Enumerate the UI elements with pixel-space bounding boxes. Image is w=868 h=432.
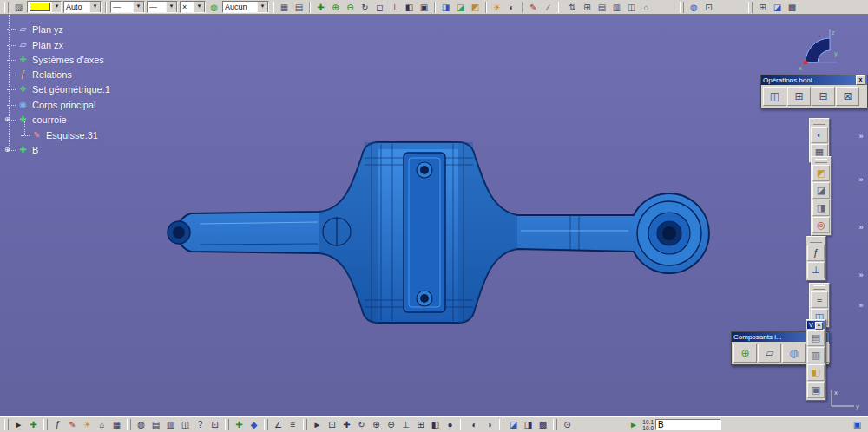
fly-mode-icon[interactable]: ►: [310, 418, 325, 431]
sketcher-icon[interactable]: ✎: [526, 1, 541, 14]
swap-visible-icon[interactable]: ⇅: [565, 1, 580, 14]
hide-show-icon[interactable]: ◐: [467, 418, 482, 431]
line-type-combo[interactable]: — ▼: [147, 1, 178, 13]
pan-icon[interactable]: ✚: [339, 418, 354, 431]
toolbar-grip[interactable]: [303, 419, 307, 430]
back-view-icon[interactable]: ▣: [807, 382, 825, 398]
chevron-down-icon[interactable]: ▼: [51, 1, 62, 13]
normal-view-icon[interactable]: ⊥: [387, 1, 402, 14]
zoom-in-icon[interactable]: ⊕: [369, 418, 384, 431]
chevron-down-icon[interactable]: ▼: [166, 1, 177, 13]
sphere-component-icon[interactable]: ◍: [782, 344, 806, 363]
grid-icon[interactable]: ▦: [109, 418, 124, 431]
opacity-combo[interactable]: Auto ▼: [63, 1, 102, 13]
product-icon[interactable]: ◆: [247, 418, 261, 431]
power-input-field[interactable]: [655, 419, 721, 430]
snap-to-grid-icon[interactable]: ▤: [292, 1, 306, 14]
hatch-icon[interactable]: ▩: [785, 1, 799, 14]
paste-icon[interactable]: ▥: [163, 418, 178, 431]
rotate-icon[interactable]: ↻: [358, 1, 372, 14]
chevron-down-icon[interactable]: ▼: [194, 1, 205, 13]
depth-effect-icon[interactable]: ◐: [504, 1, 519, 14]
compass[interactable]: z y x: [797, 26, 838, 73]
measure-icon[interactable]: ◍: [687, 1, 701, 14]
toolbar-grip[interactable]: [680, 2, 684, 13]
light-icon[interactable]: ☀: [490, 1, 504, 14]
cube-z-icon[interactable]: ◩: [468, 1, 483, 14]
angle-constraint-icon[interactable]: ∠: [271, 418, 286, 431]
toolbar-grip[interactable]: [4, 2, 9, 13]
cube-x-icon[interactable]: ◨: [438, 1, 453, 14]
wireframe-mode-icon[interactable]: ◨: [521, 418, 536, 431]
line-weight-combo[interactable]: — ▼: [110, 1, 145, 13]
help-icon[interactable]: ?: [193, 418, 207, 431]
camera-icon[interactable]: ◍: [134, 418, 148, 431]
intersect-body-icon[interactable]: ⊠: [836, 87, 859, 106]
grid2-icon[interactable]: ⊞: [755, 1, 770, 14]
target-icon[interactable]: ►: [626, 418, 641, 431]
boolean-operations-titlebar[interactable]: Opérations bool... x: [761, 75, 867, 85]
toolbar-grip[interactable]: [810, 239, 822, 243]
point-symbol-combo[interactable]: × ▼: [180, 1, 206, 13]
views-icon[interactable]: ◫: [624, 1, 639, 14]
cube-y-icon[interactable]: ◪: [453, 1, 468, 14]
formula-icon[interactable]: ƒ: [807, 245, 825, 261]
assemble-icon[interactable]: ◫: [763, 87, 786, 106]
pan-icon[interactable]: ✚: [313, 1, 328, 14]
overlay-icon[interactable]: ⊡: [701, 1, 716, 14]
pocket-icon[interactable]: ◪: [812, 182, 830, 199]
view-mode-icon[interactable]: ◐: [811, 127, 828, 143]
hidden-toolbar-more-icon[interactable]: »: [856, 130, 866, 142]
toolbar-grip[interactable]: [813, 121, 825, 125]
tree-item-set-geometrique-1[interactable]: ❖Set géométrique.1: [17, 82, 110, 96]
annotate-icon[interactable]: ✎: [65, 418, 80, 431]
swap-space-icon[interactable]: ◑: [482, 418, 496, 431]
views-titlebar[interactable]: V x: [807, 321, 825, 329]
layers-icon[interactable]: ≡: [811, 291, 828, 308]
material-icon[interactable]: ▩: [536, 418, 550, 431]
toolbar-grip[interactable]: [225, 419, 229, 430]
tree-item-plan-yz[interactable]: ▱Plan yz: [17, 23, 63, 36]
part-icon[interactable]: ✚: [232, 418, 247, 431]
copy-icon[interactable]: ▤: [595, 1, 609, 14]
tree-item-courroie[interactable]: ⊕✚courroie: [17, 113, 67, 127]
shade-icon[interactable]: ◧: [402, 1, 417, 14]
magnifier-icon[interactable]: ⊙: [560, 418, 575, 431]
paste-icon[interactable]: ▥: [609, 1, 624, 14]
tree-expander-icon[interactable]: ⊕: [4, 115, 10, 124]
toolbar-grip[interactable]: [813, 285, 825, 290]
multi-view-icon[interactable]: ⊞: [413, 418, 428, 431]
front-view-icon[interactable]: ▤: [807, 330, 825, 346]
compass-body[interactable]: [806, 38, 830, 62]
hidden-toolbar-more-icon[interactable]: »: [856, 221, 866, 233]
fit-all-icon[interactable]: ◻: [372, 1, 387, 14]
toolbar-grip[interactable]: [4, 419, 9, 430]
window-icon[interactable]: ⊞: [580, 1, 595, 14]
rendering-combo[interactable]: Aucun ▼: [222, 1, 269, 13]
toolbar-grip[interactable]: [553, 419, 557, 430]
shading-icon[interactable]: ●: [443, 418, 457, 431]
close-icon[interactable]: x: [856, 75, 865, 85]
hidden-toolbar-more-icon[interactable]: »: [856, 173, 866, 186]
hole-icon[interactable]: ◎: [812, 217, 830, 233]
copy-icon[interactable]: ▤: [148, 418, 163, 431]
sun-icon[interactable]: ☀: [80, 418, 95, 431]
quick-view-icon[interactable]: ◧: [428, 418, 443, 431]
zoom-out-icon[interactable]: ⊖: [343, 1, 358, 14]
fill-color-combo[interactable]: ▼: [27, 1, 62, 13]
zoom-out-icon[interactable]: ⊖: [384, 418, 398, 431]
axis-system-icon[interactable]: ✚: [26, 418, 41, 431]
tree-item-corps-principal[interactable]: ◉Corps principal: [17, 98, 95, 112]
top-view-icon[interactable]: ▥: [807, 347, 825, 363]
formula-icon[interactable]: ƒ: [50, 418, 65, 431]
cylinder-component-icon[interactable]: ▱: [758, 344, 781, 363]
tree-item-systemes-daxes[interactable]: ✚Systèmes d'axes: [17, 53, 104, 67]
shaft-icon[interactable]: ◨: [812, 200, 830, 216]
toolbar-grip[interactable]: [558, 2, 562, 13]
render-mode-icon[interactable]: ◍: [207, 1, 221, 14]
select-icon[interactable]: ►: [11, 418, 26, 431]
add-body-icon[interactable]: ⊞: [787, 87, 811, 106]
compass-pivot[interactable]: [804, 61, 808, 65]
add-component-icon[interactable]: ⊕: [733, 344, 757, 363]
grid-icon[interactable]: ▦: [277, 1, 292, 14]
